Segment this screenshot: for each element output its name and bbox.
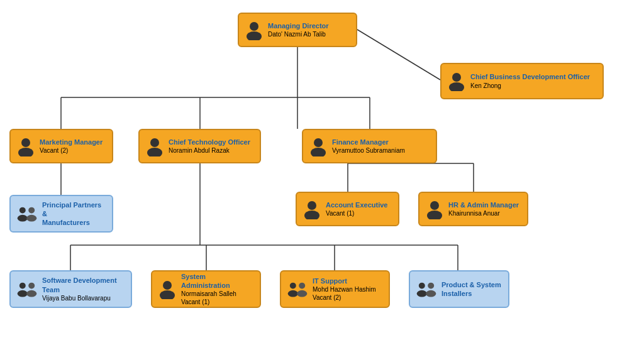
it-support-node: IT Support Mohd Hazwan Hashim Vacant (2) <box>280 270 390 308</box>
node-name: Normaisarah Salleh Vacant (1) <box>181 290 255 306</box>
svg-point-40 <box>290 283 296 289</box>
svg-point-34 <box>19 283 26 289</box>
svg-point-42 <box>299 283 305 289</box>
node-title: Marketing Manager <box>40 138 103 146</box>
svg-point-31 <box>304 211 319 219</box>
svg-point-37 <box>26 290 36 297</box>
svg-point-26 <box>19 207 26 214</box>
svg-point-46 <box>428 283 434 289</box>
svg-point-19 <box>449 82 464 91</box>
node-name: Mohd Hazwan Hashim Vacant (2) <box>313 285 376 302</box>
person-icon <box>308 136 328 156</box>
svg-point-45 <box>417 290 427 297</box>
hr-admin-node: HR & Admin Manager Khairunnisa Anuar <box>418 192 528 226</box>
cto-node: Chief Technology Officer Noramin Abdul R… <box>138 129 261 163</box>
node-title: Software Development Team <box>42 276 126 294</box>
svg-point-23 <box>147 148 162 156</box>
svg-point-21 <box>18 148 33 156</box>
node-title: Managing Director <box>268 21 329 30</box>
svg-point-47 <box>426 290 436 297</box>
sys-admin-node: System Administration Normaisarah Salleh… <box>151 270 261 308</box>
node-name: Noramin Abdul Razak <box>169 146 250 155</box>
svg-point-25 <box>311 148 326 156</box>
svg-point-29 <box>26 215 36 222</box>
svg-point-28 <box>28 207 35 214</box>
svg-point-32 <box>430 201 439 210</box>
person-icon <box>157 279 177 299</box>
node-name: Khairunnisa Anuar <box>448 209 519 217</box>
svg-point-33 <box>427 211 442 219</box>
group-icon <box>286 279 309 299</box>
person-icon <box>244 20 264 40</box>
node-title: Chief Business Development Officer <box>470 72 590 81</box>
svg-point-38 <box>163 281 172 290</box>
svg-point-41 <box>288 290 298 297</box>
person-icon <box>16 136 36 156</box>
svg-point-44 <box>419 283 425 289</box>
svg-point-36 <box>28 283 35 289</box>
svg-point-24 <box>314 138 323 147</box>
node-title: Product & System Installers <box>441 280 501 299</box>
person-icon <box>447 71 467 91</box>
node-name: Ken Zhong <box>470 82 590 90</box>
svg-point-17 <box>247 31 262 40</box>
node-name: Vijaya Babu Bollavarapu <box>42 294 126 302</box>
node-name: Vacant (1) <box>326 209 387 217</box>
node-title: Finance Manager <box>332 138 405 146</box>
node-title: IT Support <box>313 277 376 285</box>
chief-bdo-node: Chief Business Development Officer Ken Z… <box>440 63 604 99</box>
node-name: Vacant (2) <box>40 146 103 155</box>
marketing-manager-node: Marketing Manager Vacant (2) <box>9 129 113 163</box>
svg-point-43 <box>297 290 307 297</box>
node-title: Chief Technology Officer <box>169 138 250 146</box>
svg-point-22 <box>150 138 159 147</box>
managing-director-node: Managing Director Dato' Nazmi Ab Talib <box>238 13 357 47</box>
account-executive-node: Account Executive Vacant (1) <box>296 192 399 226</box>
svg-point-39 <box>160 290 175 299</box>
svg-line-0 <box>357 30 440 80</box>
person-icon <box>145 136 165 156</box>
node-title: System Administration <box>181 272 255 290</box>
person-icon <box>425 199 445 219</box>
svg-point-30 <box>308 201 316 210</box>
group-icon <box>415 279 438 299</box>
org-chart: Managing Director Dato' Nazmi Ab Talib C… <box>0 0 644 362</box>
node-title: Account Executive <box>326 200 387 209</box>
node-title: HR & Admin Manager <box>448 200 519 209</box>
product-installers-node: Product & System Installers <box>409 270 509 308</box>
group-icon <box>16 204 38 224</box>
svg-point-20 <box>21 138 30 147</box>
software-dev-node: Software Development Team Vijaya Babu Bo… <box>9 270 132 308</box>
node-name: Dato' Nazmi Ab Talib <box>268 30 329 38</box>
group-icon <box>16 279 38 299</box>
node-name: Vyramuttoo Subramaniam <box>332 146 405 155</box>
svg-point-16 <box>250 22 258 31</box>
node-title: Principal Partners & Manufacturers <box>42 200 107 228</box>
svg-point-35 <box>18 290 28 297</box>
finance-manager-node: Finance Manager Vyramuttoo Subramaniam <box>302 129 437 163</box>
svg-point-18 <box>452 73 461 82</box>
svg-point-27 <box>18 215 28 222</box>
principal-partners-node: Principal Partners & Manufacturers <box>9 195 113 233</box>
person-icon <box>302 199 322 219</box>
